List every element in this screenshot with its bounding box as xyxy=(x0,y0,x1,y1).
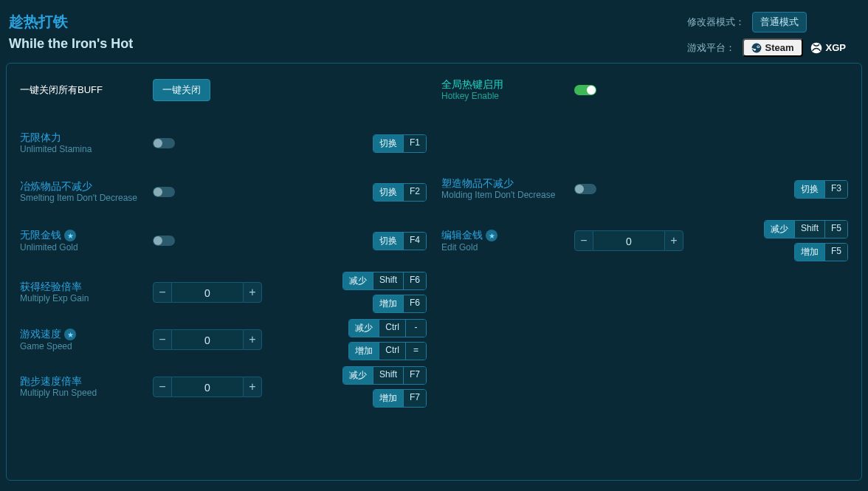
platform-steam-button[interactable]: Steam xyxy=(743,38,803,57)
close-all-label: 一键关闭所有BUFF xyxy=(20,84,103,95)
expgain-stepper: − 0 + xyxy=(153,282,262,303)
hotkey-enable-cn: 全局热键启用 xyxy=(441,78,574,91)
gamespeed-stepper: − 0 + xyxy=(153,329,262,350)
gold-label-cn: 无限金钱 xyxy=(20,229,61,241)
gamespeed-label-en: Game Speed xyxy=(20,341,153,353)
title-en: While the Iron's Hot xyxy=(9,36,133,52)
star-icon: ★ xyxy=(486,230,497,241)
editgold-value[interactable]: 0 xyxy=(593,230,664,251)
smelt-hotkey[interactable]: 切换F2 xyxy=(373,183,427,202)
steam-icon xyxy=(751,43,762,53)
runspeed-stepper: − 0 + xyxy=(153,377,262,397)
runspeed-dec-hotkey[interactable]: 减少ShiftF7 xyxy=(342,366,427,385)
runspeed-value[interactable]: 0 xyxy=(172,377,243,397)
gold-label-en: Unlimited Gold xyxy=(20,242,153,254)
gamespeed-dec-hotkey[interactable]: 减少Ctrl- xyxy=(348,319,427,337)
star-icon: ★ xyxy=(64,230,76,241)
runspeed-dec-button[interactable]: − xyxy=(153,377,172,397)
hotkey-enable-toggle[interactable] xyxy=(574,85,596,95)
runspeed-label-cn: 跑步速度倍率 xyxy=(20,374,153,388)
runspeed-label-en: Multiply Run Speed xyxy=(20,388,153,399)
smelt-toggle[interactable] xyxy=(153,187,175,197)
close-all-button[interactable]: 一键关闭 xyxy=(153,79,210,101)
svg-point-2 xyxy=(757,46,759,47)
gamespeed-inc-button[interactable]: + xyxy=(243,329,262,350)
gamespeed-value[interactable]: 0 xyxy=(172,329,243,350)
hotkey-enable-en: Hotkey Enable xyxy=(441,91,574,103)
mold-hotkey[interactable]: 切换F3 xyxy=(794,180,848,199)
expgain-inc-button[interactable]: + xyxy=(243,282,262,303)
smelt-label-cn: 冶炼物品不减少 xyxy=(20,179,153,193)
mold-label-en: Molding Item Don't Decrease xyxy=(441,190,574,202)
runspeed-inc-button[interactable]: + xyxy=(243,377,262,397)
stamina-hotkey[interactable]: 切换F1 xyxy=(373,134,427,153)
title-cn: 趁热打铁 xyxy=(9,12,133,32)
expgain-label-cn: 获得经验倍率 xyxy=(20,280,153,293)
star-icon: ★ xyxy=(64,329,76,340)
editgold-inc-hotkey[interactable]: 增加F5 xyxy=(794,243,848,261)
xbox-icon xyxy=(810,42,822,54)
gold-hotkey[interactable]: 切换F4 xyxy=(373,232,427,250)
smelt-label-en: Smelting Item Don't Decrease xyxy=(20,193,153,205)
gamespeed-label-cn: 游戏速度 xyxy=(20,328,61,340)
editgold-inc-button[interactable]: + xyxy=(664,230,683,251)
expgain-inc-hotkey[interactable]: 增加F6 xyxy=(373,295,427,313)
gamespeed-dec-button[interactable]: − xyxy=(153,329,172,350)
runspeed-inc-hotkey[interactable]: 增加F7 xyxy=(373,389,427,408)
platform-label: 游戏平台： xyxy=(687,41,735,55)
editgold-label-cn: 编辑金钱 xyxy=(441,229,483,241)
expgain-label-en: Multiply Exp Gain xyxy=(20,293,153,305)
platform-xgp-button[interactable]: XGP xyxy=(810,42,846,54)
mold-toggle[interactable] xyxy=(574,184,596,194)
editgold-dec-button[interactable]: − xyxy=(574,230,593,251)
editgold-label-en: Edit Gold xyxy=(441,242,574,254)
svg-point-0 xyxy=(751,43,761,52)
mode-label: 修改器模式： xyxy=(687,16,745,29)
expgain-dec-button[interactable]: − xyxy=(153,282,172,303)
stamina-label-en: Unlimited Stamina xyxy=(20,144,153,156)
stamina-label-cn: 无限体力 xyxy=(20,131,153,144)
mode-button[interactable]: 普通模式 xyxy=(752,12,807,32)
gamespeed-inc-hotkey[interactable]: 增加Ctrl= xyxy=(348,342,427,360)
stamina-toggle[interactable] xyxy=(153,138,175,148)
mold-label-cn: 塑造物品不减少 xyxy=(441,176,574,190)
editgold-stepper: − 0 + xyxy=(574,230,683,251)
gold-toggle[interactable] xyxy=(153,236,175,246)
expgain-value[interactable]: 0 xyxy=(172,282,243,303)
editgold-dec-hotkey[interactable]: 减少ShiftF5 xyxy=(764,220,848,238)
expgain-dec-hotkey[interactable]: 减少ShiftF6 xyxy=(342,272,427,290)
